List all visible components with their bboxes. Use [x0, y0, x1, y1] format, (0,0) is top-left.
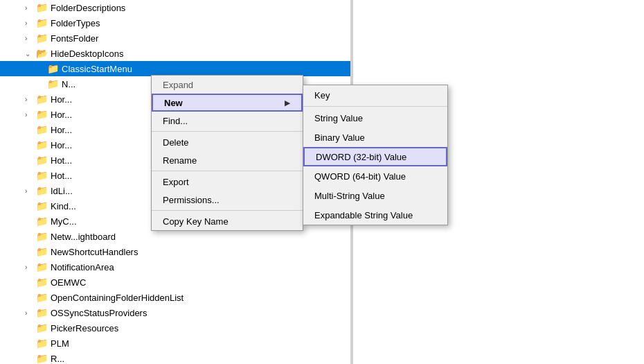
arrow-icon: ›: [25, 35, 36, 42]
tree-item-label: OEMWC: [51, 277, 86, 288]
ctx-export-label: Export: [163, 177, 189, 187]
submenu-arrow-icon: ▶: [285, 99, 290, 107]
folder-icon: 📂: [36, 48, 48, 59]
tree-item-hide-desktop-icons[interactable]: ⌄ 📂 HideDesktopIcons: [0, 46, 352, 61]
tree-item-notification-area[interactable]: › 📁 NotificationArea: [0, 259, 352, 275]
arrow-icon: ›: [25, 4, 36, 12]
ctx-rename[interactable]: Rename: [152, 151, 303, 169]
ctx-delete[interactable]: Delete: [152, 133, 303, 151]
ctx-sub-qword-label: QWORD (64-bit) Value: [314, 171, 406, 182]
folder-icon: 📁: [36, 33, 48, 44]
folder-icon: 📁: [36, 307, 48, 318]
tree-item-os-sync[interactable]: › 📁 OSSyncStatusProviders: [0, 305, 352, 320]
ctx-separator-2: [152, 171, 303, 171]
arrow-icon: ›: [25, 309, 36, 317]
arrow-icon: ›: [25, 96, 36, 103]
folder-icon: 📁: [36, 94, 48, 105]
ctx-permissions[interactable]: Permissions...: [152, 191, 303, 209]
ctx-sub-key-label: Key: [314, 90, 330, 101]
arrow-icon: ›: [25, 19, 36, 27]
ctx-permissions-label: Permissions...: [163, 195, 220, 205]
context-menu-right: Key String Value Binary Value DWORD (32-…: [303, 85, 448, 225]
tree-item-folder-types[interactable]: › 📁 FolderTypes: [0, 15, 352, 31]
tree-item-label: PLM: [51, 338, 69, 349]
folder-icon: 📁: [47, 63, 60, 74]
tree-item-new-shortcut-handlers[interactable]: 📁 NewShortcutHandlers: [0, 244, 352, 259]
folder-icon: 📁: [36, 124, 48, 135]
tree-item-classic-start-menu[interactable]: 📁 ClassicStartMenu: [0, 61, 352, 76]
tree-item-label: Hor...: [51, 94, 72, 105]
arrow-icon: ›: [25, 263, 36, 271]
ctx-sub-multi-string[interactable]: Multi-String Value: [303, 186, 447, 205]
tree-item-label: Kind...: [51, 201, 76, 211]
tree-item-label: Netw...ightboard: [51, 232, 116, 242]
folder-icon: 📁: [36, 353, 48, 364]
folder-icon: 📁: [36, 109, 48, 120]
context-menu-left: Expand New ▶ Find... Delete Rename Expor…: [151, 75, 303, 231]
ctx-sub-expandable-label: Expandable String Value: [314, 210, 413, 220]
ctx-sub-dword-value[interactable]: DWORD (32-bit) Value: [303, 147, 447, 166]
folder-icon: 📁: [36, 261, 48, 272]
tree-item-oemwc[interactable]: 📁 OEMWC: [0, 275, 352, 290]
tree-item-plm[interactable]: 📁 PLM: [0, 336, 352, 351]
tree-item-open-containing[interactable]: 📁 OpenContainingFolderHiddenList: [0, 290, 352, 305]
ctx-rename-label: Rename: [163, 155, 197, 166]
tree-item-label: ClassicStartMenu: [62, 64, 132, 74]
folder-icon: 📁: [36, 155, 48, 166]
folder-icon: 📁: [36, 246, 48, 257]
ctx-expand[interactable]: Expand: [152, 76, 303, 94]
folder-icon: 📁: [36, 216, 48, 227]
tree-item-label: Hor...: [51, 125, 72, 135]
tree-item-label: NotificationArea: [51, 262, 114, 272]
ctx-sub-binary-label: Binary Value: [314, 132, 365, 143]
tree-item-fonts-folder[interactable]: › 📁 FontsFolder: [0, 31, 352, 46]
ctx-new-label: New: [164, 98, 183, 108]
ctx-sub-string-label: String Value: [314, 113, 363, 123]
folder-icon: 📁: [36, 338, 48, 349]
tree-item-label: Hor...: [51, 140, 72, 150]
tree-item-label: OpenContainingFolderHiddenList: [51, 293, 184, 303]
folder-icon: 📁: [36, 292, 48, 303]
ctx-delete-label: Delete: [163, 137, 189, 148]
tree-item-label: MyC...: [51, 216, 77, 227]
tree-item-label: FolderDescriptions: [51, 3, 125, 13]
tree-item-picker-resources[interactable]: 📁 PickerResources: [0, 320, 352, 336]
ctx-sub-expandable-string[interactable]: Expandable String Value: [303, 205, 447, 225]
tree-item-folder-descriptions[interactable]: › 📁 FolderDescriptions: [0, 0, 352, 15]
ctx-sub-binary-value[interactable]: Binary Value: [303, 128, 447, 147]
tree-item-label: FontsFolder: [51, 33, 98, 44]
tree-item-label: NewShortcutHandlers: [51, 247, 138, 257]
tree-item-label: Hot...: [51, 155, 72, 166]
ctx-sub-key[interactable]: Key: [303, 85, 447, 105]
tree-item-r[interactable]: 📁 R...: [0, 351, 352, 364]
folder-icon: 📁: [36, 277, 48, 288]
arrow-icon: ›: [25, 187, 36, 195]
ctx-new[interactable]: New ▶: [152, 94, 303, 112]
ctx-sub-separator-1: [303, 106, 447, 107]
ctx-sub-dword-label: DWORD (32-bit) Value: [316, 152, 406, 162]
folder-icon: 📁: [36, 231, 48, 242]
ctx-sub-string-value[interactable]: String Value: [303, 108, 447, 128]
ctx-copy-key-name[interactable]: Copy Key Name: [152, 212, 303, 230]
ctx-find-label: Find...: [163, 116, 188, 126]
tree-item-label: HideDesktopIcons: [51, 49, 124, 59]
folder-icon: 📁: [36, 200, 48, 211]
folder-icon: 📁: [36, 139, 48, 150]
expand-arrow-icon: ⌄: [25, 50, 36, 58]
tree-item-label: PickerResources: [51, 323, 118, 333]
tree-item-label: Hor...: [51, 110, 72, 120]
ctx-expand-label: Expand: [163, 80, 193, 90]
folder-icon: 📁: [36, 2, 48, 13]
tree-item-label: N...: [62, 79, 75, 89]
folder-icon: 📁: [36, 322, 48, 333]
ctx-export[interactable]: Export: [152, 173, 303, 191]
ctx-copy-key-name-label: Copy Key Name: [163, 216, 229, 227]
folder-icon: 📁: [36, 185, 48, 196]
arrow-icon: ›: [25, 111, 36, 119]
ctx-find[interactable]: Find...: [152, 112, 303, 130]
ctx-sub-qword-value[interactable]: QWORD (64-bit) Value: [303, 166, 447, 186]
tree-item-netw[interactable]: 📁 Netw...ightboard: [0, 229, 352, 244]
registry-editor: › 📁 FolderDescriptions › 📁 FolderTypes ›…: [0, 0, 644, 364]
tree-item-label: IdLi...: [51, 186, 73, 196]
ctx-separator-1: [152, 131, 303, 132]
